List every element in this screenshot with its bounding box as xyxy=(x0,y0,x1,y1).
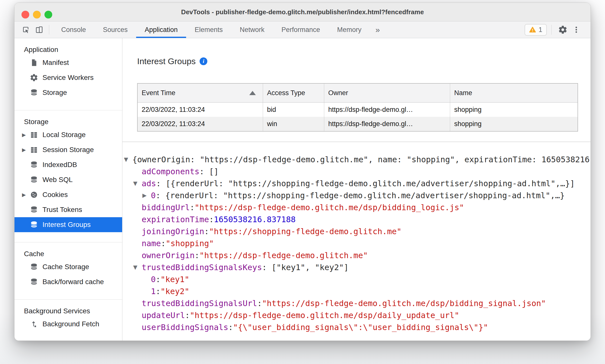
tab-elements[interactable]: Elements xyxy=(186,21,231,38)
string-value: "https://dsp-fledge-demo.glitch.me/dsp/b… xyxy=(195,203,464,212)
upload-icon xyxy=(29,320,38,329)
plain-text: : xyxy=(209,215,214,224)
sidebar-item-label: Session Storage xyxy=(42,146,94,154)
column-header-access-type[interactable]: Access Type xyxy=(263,83,324,102)
table-cell: shopping xyxy=(450,102,578,117)
property-key: biddingUrl xyxy=(142,203,190,212)
page-title: Interest Groups xyxy=(137,56,196,66)
plain-text: : xyxy=(195,251,199,260)
sidebar-item-manifest[interactable]: Manifest xyxy=(14,55,122,70)
disclosure-right-icon[interactable]: ▶ xyxy=(142,189,151,201)
table-cell: https://dsp-fledge-demo.gl… xyxy=(324,102,450,117)
tab-application[interactable]: Application xyxy=(136,21,186,38)
issues-badge[interactable]: 1 xyxy=(525,24,547,36)
sidebar-item-web-sql[interactable]: Web SQL xyxy=(14,172,122,187)
plain-text: : xyxy=(156,287,160,296)
tab-sources[interactable]: Sources xyxy=(94,21,136,38)
devtools-window: DevTools - publisher-fledge-demo.glitch.… xyxy=(14,2,591,341)
column-header-name[interactable]: Name xyxy=(450,83,578,102)
toggle-device-toolbar-icon[interactable] xyxy=(33,24,45,35)
tree-line: ownerOrigin: "https://dsp-fledge-demo.gl… xyxy=(124,249,591,261)
column-header-label: Access Type xyxy=(267,89,305,97)
string-value: "https://dsp-fledge-demo.glitch.me" xyxy=(199,251,368,260)
tab-memory[interactable]: Memory xyxy=(328,21,370,38)
sidebar-item-cache-storage[interactable]: Cache Storage xyxy=(14,259,122,274)
plain-text: : {renderUrl: "https://shopping-fledge-d… xyxy=(156,191,565,200)
tree-line[interactable]: ▼trustedBiddingSignalsKeys: ["key1", "ke… xyxy=(124,261,591,273)
column-header-label: Owner xyxy=(328,89,348,97)
expand-arrow-icon[interactable]: ▶ xyxy=(22,132,29,138)
more-panels-button[interactable]: » xyxy=(370,21,385,38)
database-icon xyxy=(29,262,38,271)
sidebar-item-label: Manifest xyxy=(42,59,69,67)
disclosure-down-icon[interactable]: ▼ xyxy=(124,154,132,166)
sidebar-item-interest-groups[interactable]: Interest Groups xyxy=(14,217,122,232)
tree-line[interactable]: ▶0: {renderUrl: "https://shopping-fledge… xyxy=(124,189,591,201)
expand-arrow-icon[interactable]: ▶ xyxy=(22,147,29,153)
property-key: userBiddingSignals xyxy=(142,323,228,332)
table-cell: 22/03/2022, 11:03:24 xyxy=(137,117,263,131)
string-value: "{\"user_bidding_signals\":\"user_biddin… xyxy=(233,323,488,332)
tab-console[interactable]: Console xyxy=(53,21,94,38)
devtools-toolbar: ConsoleSourcesApplicationElementsNetwork… xyxy=(14,21,591,38)
property-key: ads xyxy=(142,179,156,188)
table-cell: shopping xyxy=(450,117,578,131)
sidebar-item-label: Cookies xyxy=(42,191,68,199)
tree-line: 1: "key2" xyxy=(124,285,591,297)
tree-line: updateUrl: "https://dsp-fledge-demo.glit… xyxy=(124,309,591,321)
property-key: trustedBiddingSignalsKeys xyxy=(142,263,262,272)
plain-text: : xyxy=(161,239,166,248)
tab-performance[interactable]: Performance xyxy=(273,21,329,38)
tree-line: joiningOrigin: "https://shopping-fledge-… xyxy=(124,225,591,237)
sidebar-item-indexeddb[interactable]: IndexedDB xyxy=(14,157,122,172)
sidebar-item-label: Web SQL xyxy=(42,176,73,184)
sidebar-item-session-storage[interactable]: ▶Session Storage xyxy=(14,142,122,157)
property-key: ownerOrigin xyxy=(142,251,195,260)
panel-tabs: ConsoleSourcesApplicationElementsNetwork… xyxy=(53,21,370,38)
title-bar: DevTools - publisher-fledge-demo.glitch.… xyxy=(14,3,591,21)
property-key: updateUrl xyxy=(142,311,185,320)
disclosure-down-icon[interactable]: ▼ xyxy=(133,178,142,189)
column-header-owner[interactable]: Owner xyxy=(324,83,450,102)
string-value: "key2" xyxy=(161,287,190,296)
sidebar-item-back-forward-cache[interactable]: Back/forward cache xyxy=(14,274,122,289)
inspect-element-icon[interactable] xyxy=(20,24,31,35)
tree-line[interactable]: ▼ads: [{renderUrl: "https://shopping-fle… xyxy=(124,178,591,189)
database-icon xyxy=(29,277,38,286)
tree-line: name: "shopping" xyxy=(124,237,591,249)
column-header-event-time[interactable]: Event Time xyxy=(137,83,263,102)
kebab-menu-icon[interactable] xyxy=(571,24,582,35)
sidebar-section-cache: CacheCache StorageBack/forward cache xyxy=(14,242,122,300)
tab-network[interactable]: Network xyxy=(231,21,273,38)
sidebar-item-cookies[interactable]: ▶Cookies xyxy=(14,187,122,202)
property-key: 0 xyxy=(151,275,156,284)
toolbar-divider-right xyxy=(551,25,552,35)
sidebar-item-trust-tokens[interactable]: Trust Tokens xyxy=(14,202,122,217)
window-title: DevTools - publisher-fledge-demo.glitch.… xyxy=(14,3,591,21)
expand-arrow-icon[interactable]: ▶ xyxy=(22,192,29,198)
property-key: name xyxy=(142,239,161,248)
sidebar-item-label: Service Workers xyxy=(42,74,94,82)
sidebar-section-application: ApplicationManifestService WorkersStorag… xyxy=(14,38,122,110)
section-title: Application xyxy=(14,44,122,55)
settings-gear-icon[interactable] xyxy=(557,24,569,35)
plain-text: : [{renderUrl: "https://shopping-fledge-… xyxy=(156,179,575,188)
info-icon[interactable]: i xyxy=(200,57,207,65)
sidebar-item-storage[interactable]: Storage xyxy=(14,85,122,100)
issues-count: 1 xyxy=(539,26,542,34)
string-value: "key1" xyxy=(161,275,190,284)
disclosure-down-icon[interactable]: ▼ xyxy=(133,261,142,273)
tree-line: biddingUrl: "https://dsp-fledge-demo.gli… xyxy=(124,201,591,213)
sidebar-item-service-workers[interactable]: Service Workers xyxy=(14,70,122,85)
tree-line[interactable]: ▼{ownerOrigin: "https://dsp-fledge-demo.… xyxy=(124,154,591,166)
table-cell: 22/03/2022, 11:03:24 xyxy=(137,102,263,117)
sidebar-item-background-fetch[interactable]: Background Fetch xyxy=(14,317,122,332)
cookie-icon xyxy=(29,190,38,199)
table-cell: https://dsp-fledge-demo.gl… xyxy=(324,117,450,131)
interest-groups-events-table: Event TimeAccess TypeOwnerName 22/03/202… xyxy=(137,83,578,132)
table-row[interactable]: 22/03/2022, 11:03:24winhttps://dsp-fledg… xyxy=(137,117,578,131)
plain-text: : xyxy=(190,203,195,212)
tree-line: 0: "key1" xyxy=(124,273,591,285)
table-row[interactable]: 22/03/2022, 11:03:24bidhttps://dsp-fledg… xyxy=(137,102,578,117)
sidebar-item-local-storage[interactable]: ▶Local Storage xyxy=(14,127,122,142)
